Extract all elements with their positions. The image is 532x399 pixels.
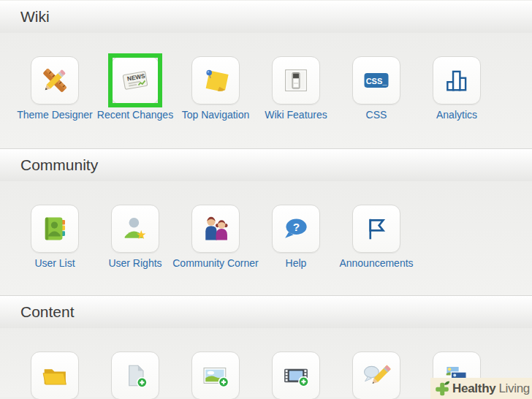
tile [191, 56, 240, 104]
tile-label: Wiki Features [253, 109, 339, 121]
admin-dashboard: Wiki [0, 0, 532, 399]
tile-user-rights[interactable]: User Rights [95, 205, 175, 270]
sticky-note-pin-icon [200, 64, 232, 96]
svg-text:?: ? [293, 221, 300, 233]
tile-label: Community Corner [172, 257, 259, 270]
tile-label: User List [12, 257, 98, 270]
tile-wrap [272, 56, 320, 104]
tile-label: CSS [333, 109, 419, 121]
new-video-icon [280, 360, 312, 392]
section-title-content: Content [20, 303, 75, 321]
tile-community-corner[interactable]: Community Corner [175, 205, 256, 270]
light-switch-icon [280, 64, 312, 96]
tile [272, 352, 320, 399]
tile [191, 352, 240, 399]
tile-css[interactable]: CSS_ CSS [336, 56, 417, 121]
tile [352, 352, 400, 399]
tile-wrap [433, 56, 481, 104]
section-header-community: Community [0, 148, 532, 181]
tile [433, 56, 481, 104]
tile-wrap [31, 352, 79, 399]
community-tiles-row: User List User Rights [0, 181, 532, 295]
folder-icon [39, 360, 71, 392]
watermark-healthy-living: Healthy Living [430, 378, 532, 399]
tile-label: Recent Changes [92, 109, 178, 121]
tile-draft[interactable] [336, 352, 417, 399]
flag-icon [360, 213, 392, 245]
tile-label: Help [253, 257, 339, 270]
question-bubble-icon: ? [280, 213, 312, 245]
tile-wrap [191, 56, 240, 104]
tile [111, 352, 159, 399]
theme-designer-icon [39, 64, 71, 96]
tile [31, 56, 79, 104]
tile-label: Theme Designer [12, 109, 98, 121]
section-title-wiki: Wiki [20, 8, 50, 26]
tile-wrap [111, 205, 159, 253]
tile-wrap: ? [272, 205, 320, 253]
tile [31, 352, 79, 399]
tile-wrap [352, 352, 400, 399]
section-header-content: Content [0, 295, 532, 328]
bar-chart-icon [441, 64, 473, 96]
new-page-icon [119, 360, 151, 392]
watermark-text-bold: Healthy [452, 381, 495, 396]
draft-pencil-icon [360, 360, 392, 392]
tile: CSS_ [352, 56, 400, 104]
tile [272, 56, 320, 104]
selection-highlight [108, 53, 162, 107]
tile-wrap [191, 352, 240, 399]
user-star-icon [119, 213, 151, 245]
tile-wiki-features[interactable]: Wiki Features [256, 56, 336, 121]
wiki-tiles-row: Theme Designer NEWS Recent Changes [0, 33, 532, 148]
tile-label: Analytics [414, 109, 500, 121]
tile [352, 205, 400, 253]
section-title-community: Community [20, 156, 98, 174]
tile-wrap [352, 205, 400, 253]
healthy-living-logo-icon [433, 380, 451, 398]
tile-label: Announcements [333, 257, 419, 270]
tile-help[interactable]: ? Help [256, 205, 336, 270]
tile-label: User Rights [92, 257, 178, 270]
section-header-wiki: Wiki [0, 0, 532, 33]
tile-wrap: CSS_ [352, 56, 400, 104]
css-badge-icon: CSS_ [360, 64, 392, 96]
tile-label: Top Navigation [172, 109, 259, 121]
tile-new-page[interactable] [95, 352, 175, 399]
tile-user-list[interactable]: User List [15, 205, 95, 270]
tile-folder[interactable] [15, 352, 95, 399]
tile [111, 205, 159, 253]
tile: ? [272, 205, 320, 253]
svg-text:CSS_: CSS_ [366, 77, 388, 86]
tile-announcements[interactable]: Announcements [336, 205, 417, 270]
tile-top-navigation[interactable]: Top Navigation [175, 56, 256, 121]
tile [191, 205, 240, 253]
tile-wrap [191, 205, 240, 253]
tile-recent-changes[interactable]: NEWS Recent Changes [95, 56, 175, 121]
tile-wrap [31, 56, 79, 104]
tile-new-video[interactable] [256, 352, 336, 399]
tile-wrap [272, 352, 320, 399]
tile-wrap [31, 205, 79, 253]
tile-theme-designer[interactable]: Theme Designer [15, 56, 95, 121]
watermark-text-regular: Living [498, 381, 530, 396]
address-book-icon [39, 213, 71, 245]
new-image-icon [200, 360, 232, 392]
tile-wrap [111, 352, 159, 399]
tile-wrap: NEWS [111, 56, 159, 104]
people-icon [200, 213, 232, 245]
tile [31, 205, 79, 253]
tile-analytics[interactable]: Analytics [417, 56, 497, 121]
tile-new-image[interactable] [175, 352, 256, 399]
